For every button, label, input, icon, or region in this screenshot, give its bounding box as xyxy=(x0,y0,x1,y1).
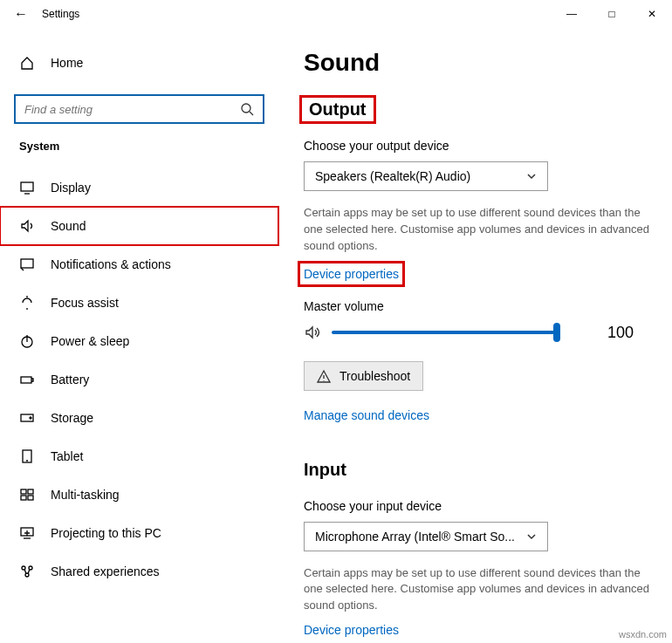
maximize-button[interactable]: □ xyxy=(592,0,632,28)
battery-icon xyxy=(19,372,35,387)
output-device-dropdown[interactable]: Speakers (Realtek(R) Audio) xyxy=(304,161,548,191)
content-area: Sound Output Choose your output device S… xyxy=(279,28,672,643)
master-volume-label: Master volume xyxy=(304,299,656,313)
warning-icon xyxy=(317,369,331,383)
sidebar-item-notifications[interactable]: Notifications & actions xyxy=(0,245,278,284)
window-title: Settings xyxy=(42,8,79,20)
sidebar-item-sound[interactable]: Sound xyxy=(0,207,278,245)
sidebar-item-label: Storage xyxy=(51,411,93,425)
tablet-icon xyxy=(19,448,35,464)
display-icon xyxy=(19,180,35,195)
input-device-value: Microphone Array (Intel® Smart So... xyxy=(315,530,515,544)
sidebar-item-label: Shared experiences xyxy=(51,564,160,578)
watermark: wsxdn.com xyxy=(619,629,667,640)
sidebar-item-multitasking[interactable]: Multi-tasking xyxy=(0,475,278,514)
multitasking-icon xyxy=(19,487,35,503)
sidebar-item-label: Tablet xyxy=(51,449,83,463)
svg-rect-2 xyxy=(21,259,33,268)
input-device-dropdown[interactable]: Microphone Array (Intel® Smart So... xyxy=(304,522,548,551)
troubleshoot-label: Troubleshoot xyxy=(339,369,410,383)
volume-icon xyxy=(304,324,321,341)
sidebar-item-tablet[interactable]: Tablet xyxy=(0,437,278,475)
sidebar-item-label: Notifications & actions xyxy=(51,257,171,271)
focus-assist-icon xyxy=(19,295,35,311)
input-description: Certain apps may be set up to use differ… xyxy=(304,565,656,615)
svg-rect-8 xyxy=(21,489,26,494)
sidebar-item-label: Battery xyxy=(51,373,89,386)
sidebar-item-battery[interactable]: Battery xyxy=(0,360,278,399)
minimize-button[interactable]: ― xyxy=(552,0,592,28)
svg-rect-9 xyxy=(28,489,33,494)
output-heading: Output xyxy=(304,99,372,120)
power-icon xyxy=(19,333,35,349)
input-heading: Input xyxy=(304,460,346,480)
projecting-icon xyxy=(19,525,35,541)
volume-slider[interactable] xyxy=(332,331,559,334)
sidebar-item-label: Multi-tasking xyxy=(51,488,120,502)
sidebar-item-label: Sound xyxy=(51,219,86,233)
sidebar-item-label: Display xyxy=(51,181,91,195)
output-description: Certain apps may be set up to use differ… xyxy=(304,205,656,255)
sidebar-item-label: Focus assist xyxy=(51,296,119,310)
svg-rect-10 xyxy=(21,496,26,500)
svg-rect-11 xyxy=(28,496,33,500)
troubleshoot-button[interactable]: Troubleshoot xyxy=(304,361,423,391)
sidebar-item-label: Power & sleep xyxy=(51,334,129,348)
storage-icon xyxy=(19,410,35,426)
sidebar-item-power-sleep[interactable]: Power & sleep xyxy=(0,322,278,360)
output-device-properties-link[interactable]: Device properties xyxy=(304,267,399,281)
manage-sound-devices-link[interactable]: Manage sound devices xyxy=(304,408,429,422)
sidebar-item-projecting[interactable]: Projecting to this PC xyxy=(0,514,278,552)
slider-thumb[interactable] xyxy=(553,323,560,342)
sidebar-item-shared-experiences[interactable]: Shared experiences xyxy=(0,552,278,591)
sidebar-item-focus-assist[interactable]: Focus assist xyxy=(0,284,278,322)
home-nav[interactable]: Home xyxy=(14,44,264,82)
home-icon xyxy=(19,55,35,71)
shared-icon xyxy=(19,564,35,579)
sidebar-item-storage[interactable]: Storage xyxy=(0,399,278,437)
svg-point-0 xyxy=(242,104,250,113)
title-bar: ← Settings ― □ ✕ xyxy=(0,0,672,28)
chevron-down-icon xyxy=(526,171,537,181)
home-label: Home xyxy=(51,56,83,70)
output-device-label: Choose your output device xyxy=(304,139,656,153)
svg-rect-1 xyxy=(21,182,33,191)
svg-rect-4 xyxy=(21,377,31,383)
sidebar: Home System Display Sound Notifications … xyxy=(0,28,279,643)
input-device-label: Choose your input device xyxy=(304,499,656,513)
chevron-down-icon xyxy=(526,531,537,542)
search-field[interactable] xyxy=(24,103,240,116)
notifications-icon xyxy=(19,257,35,272)
back-button[interactable]: ← xyxy=(0,6,42,22)
sidebar-item-label: Projecting to this PC xyxy=(51,526,161,540)
svg-point-6 xyxy=(30,417,31,419)
section-label: System xyxy=(19,140,259,153)
output-device-value: Speakers (Realtek(R) Audio) xyxy=(315,169,470,183)
input-device-properties-link[interactable]: Device properties xyxy=(304,623,399,637)
sound-icon xyxy=(19,218,35,234)
search-input[interactable] xyxy=(14,94,264,124)
page-title: Sound xyxy=(304,49,656,77)
search-icon xyxy=(240,102,254,116)
sidebar-item-display[interactable]: Display xyxy=(0,168,278,207)
volume-value: 100 xyxy=(607,324,634,342)
close-button[interactable]: ✕ xyxy=(632,0,672,28)
